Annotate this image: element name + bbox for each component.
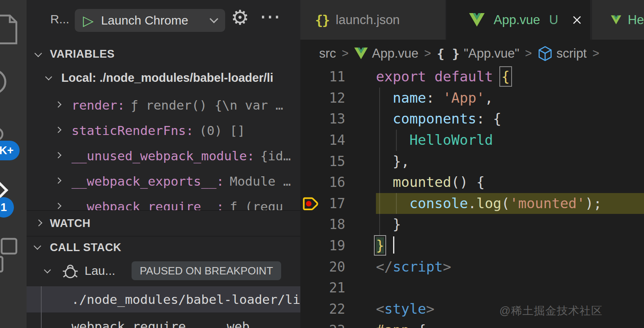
code-line: 23#app { <box>300 320 644 328</box>
braces-icon: { } <box>437 46 460 61</box>
breakpoint-gutter[interactable] <box>300 299 321 320</box>
variable-text: __unused_webpack_module:{id… <box>72 143 291 168</box>
line-number: 14 <box>321 130 345 151</box>
debug-sidebar: R... ▷ Launch Chrome ⚙ ⋯ VARIABLES Local… <box>27 0 300 328</box>
chevron-separator: > <box>424 47 431 60</box>
chevron-right-icon[interactable] <box>55 203 62 209</box>
run-debug-icon[interactable] <box>0 182 8 199</box>
variable-row[interactable]: __webpack_exports__:Module … <box>27 168 300 194</box>
bug-icon <box>61 262 80 281</box>
tab-label: launch.json <box>336 13 400 27</box>
variable-text: __webpack_exports__:Module … <box>72 168 291 194</box>
vue-file-icon <box>469 13 485 27</box>
json-file-icon: {} <box>315 12 329 28</box>
activity-bar: K+ 1 <box>0 0 27 328</box>
variable-row[interactable]: staticRenderFns:(0) [] <box>27 118 300 143</box>
debug-session-row[interactable]: Lau... PAUSED ON BREAKPOINT <box>27 259 300 282</box>
indent-guide <box>396 130 397 151</box>
breakpoint-gutter[interactable] <box>300 214 321 235</box>
stack-frame-selected[interactable]: ./node_modules/babel-loader/li <box>27 286 300 312</box>
launch-config-dropdown[interactable]: ▷ Launch Chrome <box>75 9 225 32</box>
breakpoint-gutter[interactable] <box>300 108 321 130</box>
chevron-right-icon <box>36 220 42 227</box>
code-text[interactable]: console.log('mounted'); <box>376 193 644 214</box>
breakpoint-paused-gutter[interactable] <box>300 193 321 214</box>
variables-list: render:ƒ render() {\n var …staticRenderF… <box>27 92 300 219</box>
chevron-separator: > <box>525 47 532 60</box>
sidebar-title: R... <box>50 12 69 26</box>
code-text[interactable]: </script> <box>376 256 644 278</box>
variable-row[interactable]: render:ƒ render() {\n var … <box>27 92 300 118</box>
indent-guide <box>379 88 380 236</box>
breadcrumb-item-script[interactable]: script <box>557 46 587 61</box>
code-text[interactable]: #app { <box>376 320 644 328</box>
extensions-icon[interactable] <box>0 236 23 274</box>
variables-section-header[interactable]: VARIABLES <box>27 44 300 64</box>
code-line: 13 components: { <box>300 108 644 130</box>
code-text[interactable]: } <box>376 214 644 235</box>
search-icon[interactable] <box>0 63 22 104</box>
breakpoint-gutter[interactable] <box>300 277 321 299</box>
line-number: 23 <box>321 320 345 328</box>
session-label: Lau... <box>85 259 115 282</box>
line-number: 17 <box>321 193 345 214</box>
scope-label: Local: ./node_modules/babel-loader/li <box>61 67 273 88</box>
variable-text: render:ƒ render() {\n var … <box>72 92 283 118</box>
breadcrumb-item-file[interactable]: App.vue <box>372 46 418 61</box>
breadcrumb-item-component[interactable]: "App.vue" <box>464 46 519 61</box>
code-line: 18 } <box>300 214 644 235</box>
code-area[interactable]: 11export default {12 name: 'App',13 comp… <box>300 66 644 328</box>
code-text[interactable]: mounted() { <box>376 172 644 193</box>
call-stack-section-header[interactable]: CALL STACK <box>27 236 300 258</box>
code-text[interactable]: } <box>376 235 644 256</box>
chevron-right-icon[interactable] <box>55 177 62 184</box>
scope-row[interactable]: Local: ./node_modules/babel-loader/li <box>27 67 300 88</box>
chevron-down-icon <box>34 242 41 249</box>
stack-frame-label: ./node_modules/babel-loader/li <box>72 286 300 312</box>
line-number: 12 <box>321 88 345 109</box>
close-icon[interactable] <box>570 13 584 27</box>
text-cursor <box>393 236 394 254</box>
code-text[interactable]: name: 'App', <box>376 88 644 109</box>
tab-bar: {} launch.json App.vue U He <box>300 0 644 40</box>
watch-section-header[interactable]: WATCH <box>27 210 300 236</box>
tab-launch-json[interactable]: {} launch.json <box>300 0 445 40</box>
breakpoint-gutter[interactable] <box>300 88 321 109</box>
breakpoint-paused-icon <box>303 196 320 211</box>
more-actions-icon[interactable]: ⋯ <box>259 6 281 27</box>
variable-text: staticRenderFns:(0) [] <box>72 118 245 143</box>
breakpoint-gutter[interactable] <box>300 151 321 172</box>
code-text[interactable]: HelloWorld <box>376 130 644 151</box>
watch-header-label: WATCH <box>50 211 90 236</box>
breakpoint-gutter[interactable] <box>300 172 321 193</box>
indent-guide <box>396 193 397 214</box>
gear-icon[interactable]: ⚙ <box>231 7 249 28</box>
line-number: 21 <box>321 277 345 299</box>
breakpoint-gutter[interactable] <box>300 130 321 151</box>
code-line: 19} <box>300 235 644 256</box>
explorer-icon[interactable] <box>0 11 25 52</box>
vue-file-icon <box>611 13 621 27</box>
code-text[interactable]: export default { <box>376 66 644 88</box>
chevron-right-icon[interactable] <box>55 152 62 159</box>
variable-row[interactable]: __unused_webpack_module:{id… <box>27 143 300 168</box>
breakpoint-gutter[interactable] <box>300 256 321 278</box>
breadcrumb-item-src[interactable]: src <box>319 46 336 61</box>
line-number: 20 <box>321 256 345 278</box>
breakpoint-gutter[interactable] <box>300 66 321 88</box>
line-number: 16 <box>321 172 345 193</box>
code-text[interactable]: }, <box>376 151 644 172</box>
start-debug-icon[interactable]: ▷ <box>83 13 94 27</box>
chevron-right-icon[interactable] <box>55 127 62 133</box>
chevron-right-icon[interactable] <box>55 101 62 108</box>
code-line: 16 mounted() { <box>300 172 644 193</box>
tab-helloworld-vue[interactable]: He <box>592 0 644 40</box>
stack-frame[interactable]: webpack_require web <box>27 314 300 328</box>
tab-app-vue-active[interactable]: App.vue U <box>446 0 590 40</box>
breakpoint-gutter[interactable] <box>300 235 321 256</box>
code-text[interactable]: components: { <box>376 108 644 130</box>
code-line: 12 name: 'App', <box>300 88 644 109</box>
watermark: @稀土掘金技术社区 <box>499 303 602 318</box>
line-number: 18 <box>321 214 345 235</box>
breakpoint-gutter[interactable] <box>300 320 321 328</box>
